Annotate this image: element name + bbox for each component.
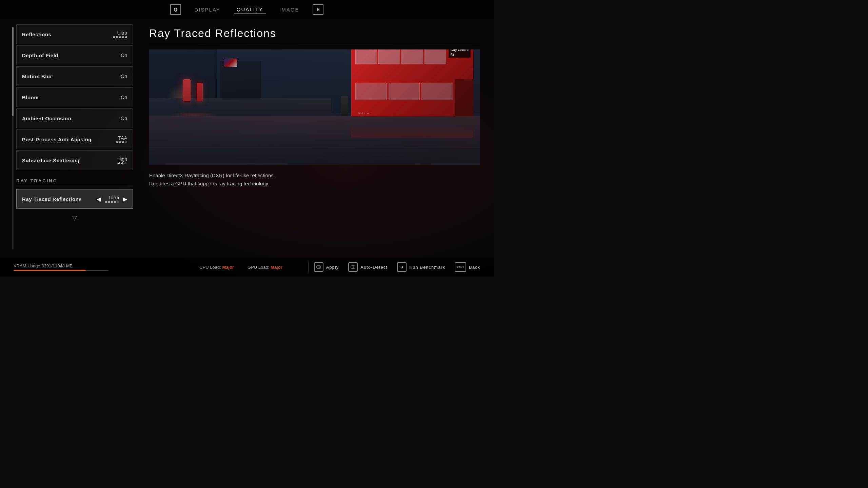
- right-panel: Ray Traced Reflections: [136, 19, 494, 258]
- bus-plate: S327 •••: [358, 112, 371, 115]
- svg-rect-3: [351, 266, 355, 268]
- window: [425, 49, 446, 64]
- dot-3: [124, 162, 126, 164]
- scene-render: City Centre42 S327 •••: [149, 49, 480, 165]
- setting-value-group: High: [117, 156, 127, 164]
- setting-ambient-occlusion[interactable]: Ambient Occlusion On: [16, 108, 133, 128]
- uk-flag: [224, 59, 237, 67]
- ray-tracing-header: RAY TRACING: [16, 171, 133, 186]
- controller-icon: [351, 265, 355, 269]
- left-panel: Reflections Ultra Depth of Field On Moti…: [0, 19, 136, 258]
- dot-5: [125, 36, 127, 38]
- vram-section: VRAM Usage 8391/11048 MB: [14, 263, 199, 271]
- road-reflections: [149, 116, 480, 165]
- setting-value-group: Ultra: [113, 30, 127, 38]
- tab-quality[interactable]: QUALITY: [234, 5, 266, 14]
- benchmark-key-icon: B: [397, 262, 407, 272]
- vram-bar-fill: [14, 270, 86, 271]
- nav-key-q[interactable]: Q: [170, 4, 181, 15]
- scroll-thumb: [12, 27, 14, 116]
- dot-1: [116, 141, 118, 143]
- figure-1: [183, 79, 191, 101]
- back-button[interactable]: ESC Back: [455, 262, 480, 272]
- main-container: Reflections Ultra Depth of Field On Moti…: [0, 19, 494, 258]
- bus-reflection: [351, 127, 473, 138]
- setting-value-group: TAA: [116, 135, 127, 143]
- divider: [308, 261, 309, 273]
- setting-value-text: On: [121, 53, 127, 58]
- auto-detect-label: Auto-Detect: [360, 265, 388, 270]
- detail-image: City Centre42 S327 •••: [149, 49, 480, 165]
- dot-3: [119, 36, 121, 38]
- dot-1: [118, 162, 120, 164]
- svg-point-1: [319, 267, 320, 268]
- setting-dots: [113, 36, 127, 38]
- figure-2: [197, 83, 203, 101]
- back-key-icon: ESC: [455, 262, 466, 272]
- setting-value-text: On: [121, 95, 127, 100]
- setting-name: Motion Blur: [22, 74, 52, 79]
- tab-image[interactable]: IMAGE: [277, 5, 302, 14]
- cpu-load-value: Major: [222, 265, 234, 270]
- setting-value-text: On: [121, 74, 127, 79]
- bottom-bar: VRAM Usage 8391/11048 MB CPU Load: Major…: [0, 258, 494, 277]
- nav-arrow-left[interactable]: ◀: [97, 196, 101, 202]
- setting-name: Reflections: [22, 32, 51, 37]
- setting-value-group: On: [121, 53, 127, 58]
- dot-5: [117, 201, 119, 203]
- svg-rect-0: [317, 266, 321, 268]
- gpu-load-value: Major: [271, 265, 282, 270]
- window: [389, 83, 420, 100]
- description-line1: Enable DirectX Raytracing (DXR) for life…: [149, 172, 275, 178]
- dot-4: [122, 36, 124, 38]
- svg-point-4: [353, 267, 354, 268]
- setting-name: Subsurface Scattering: [22, 158, 80, 163]
- run-benchmark-button[interactable]: B Run Benchmark: [397, 262, 445, 272]
- window: [421, 83, 453, 100]
- apply-label: Apply: [326, 265, 339, 270]
- window: [355, 49, 377, 64]
- setting-motion-blur[interactable]: Motion Blur On: [16, 66, 133, 86]
- dot-1: [105, 201, 107, 203]
- setting-value-text: TAA: [116, 135, 127, 141]
- controller-a-icon: [316, 265, 321, 269]
- apply-key-icon: [314, 262, 323, 272]
- setting-value-text: Ultra: [113, 30, 127, 36]
- setting-subsurface-scattering[interactable]: Subsurface Scattering High: [16, 150, 133, 170]
- back-label: Back: [469, 265, 480, 270]
- nav-arrow-right[interactable]: ▶: [123, 196, 127, 202]
- setting-dots: [116, 141, 127, 143]
- setting-anti-aliasing[interactable]: Post-Process Anti-Aliasing TAA: [16, 129, 133, 149]
- dot-2: [116, 36, 118, 38]
- auto-detect-button[interactable]: Auto-Detect: [348, 262, 388, 272]
- window: [355, 83, 387, 100]
- cpu-load-label: CPU Load:: [199, 265, 221, 270]
- setting-reflections[interactable]: Reflections Ultra: [16, 24, 133, 44]
- setting-name: Bloom: [22, 95, 39, 100]
- detail-description: Enable DirectX Raytracing (DXR) for life…: [149, 171, 370, 188]
- setting-value-group: On: [121, 74, 127, 79]
- nav-key-e[interactable]: E: [313, 4, 323, 15]
- setting-ray-traced-reflections[interactable]: Ray Traced Reflections ◀ Ultra ▶: [16, 189, 133, 209]
- setting-dots: [117, 162, 127, 164]
- dot-3: [122, 141, 124, 143]
- vram-bar-track: [14, 270, 108, 271]
- tab-display[interactable]: DISPLAY: [192, 5, 223, 14]
- apply-button[interactable]: Apply: [314, 262, 339, 272]
- top-navigation: Q DISPLAY QUALITY IMAGE E: [0, 0, 494, 19]
- setting-depth-of-field[interactable]: Depth of Field On: [16, 45, 133, 65]
- window: [401, 49, 423, 64]
- bus-windows-upper: [355, 49, 446, 64]
- setting-dots: [105, 201, 119, 203]
- dot-2: [119, 141, 121, 143]
- dot-3: [111, 201, 113, 203]
- description-line2: Requires a GPU that supports ray tracing…: [149, 181, 269, 186]
- gpu-load-label: GPU Load:: [248, 265, 269, 270]
- dot-1: [113, 36, 115, 38]
- dot-4: [114, 201, 116, 203]
- setting-value-group: On: [121, 116, 127, 121]
- svg-point-2: [318, 267, 318, 267]
- vram-usage-text: VRAM Usage 8391/11048 MB: [14, 263, 199, 268]
- gpu-load: GPU Load: Major: [248, 265, 282, 270]
- setting-bloom[interactable]: Bloom On: [16, 87, 133, 107]
